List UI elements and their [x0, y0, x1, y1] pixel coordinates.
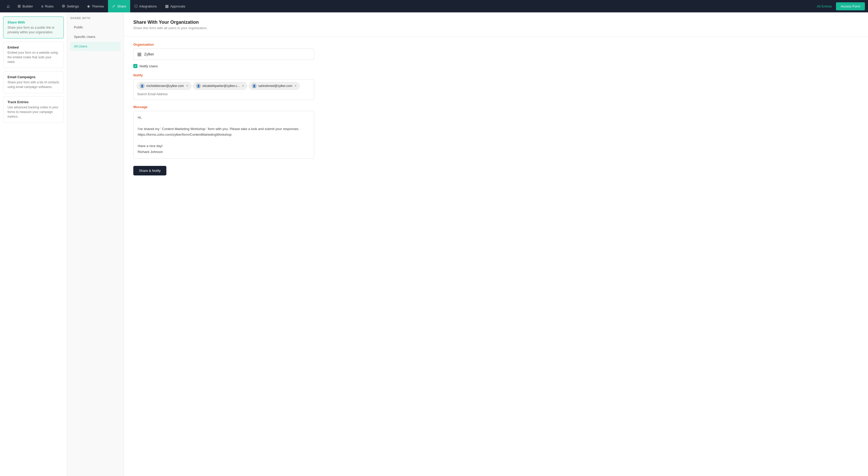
settings-icon: ⚙	[62, 4, 65, 8]
rules-icon: ≡	[41, 4, 43, 8]
org-icon: ▦	[137, 52, 142, 57]
middle-item-public[interactable]: Public	[70, 23, 121, 32]
nav-label-integrations: Integrations	[139, 4, 157, 8]
sidebar-card-desc-share-with: Share your form as a public link or priv…	[7, 25, 59, 35]
middle-item-specific-users[interactable]: Specific Users	[70, 32, 121, 41]
nav-item-share[interactable]: ⤢ Share	[108, 0, 130, 12]
notify-box: 👤 michellebrown@zylker.com ✕ 👤 elizabeth…	[133, 79, 314, 100]
tag-remove-2[interactable]: ✕	[294, 84, 297, 88]
top-navigation: ⌂ ⊞ Builder ≡ Rules ⚙ Settings ◈ Themes …	[0, 0, 868, 12]
sidebar-card-desc-email-campaigns: Share your form with a list of contacts …	[7, 80, 59, 89]
sidebar-card-embed[interactable]: Embed Embed your form on a website using…	[3, 41, 64, 68]
sidebar-card-desc-track-entries: Use advanced tracking codes in your form…	[7, 105, 59, 119]
org-label: Organization	[133, 42, 859, 46]
sidebar-card-title-email-campaigns: Email Campaigns	[7, 75, 59, 79]
app-body: Share With Share your form as a public l…	[0, 12, 868, 476]
middle-item-all-users[interactable]: All Users	[70, 42, 121, 51]
nav-label-approvals: Approvals	[170, 4, 185, 8]
nav-label-settings: Settings	[67, 4, 79, 8]
tag-email-2: sahirahmed@zylker.com	[258, 84, 292, 88]
tag-avatar-1: 👤	[196, 83, 201, 89]
nav-item-settings[interactable]: ⚙ Settings	[58, 0, 83, 12]
sidebar-card-desc-embed: Embed your form on a website using the e…	[7, 50, 59, 64]
notify-search-input[interactable]	[137, 91, 183, 97]
middle-panel: SHARE WITH Public Specific Users All Use…	[67, 12, 124, 476]
middle-item-label-all-users: All Users	[74, 44, 87, 48]
tag-avatar-2: 👤	[252, 83, 257, 89]
integrations-icon: ⬡	[134, 4, 138, 8]
middle-item-label-public: Public	[74, 25, 83, 29]
tag-email-0: michellebrown@zylker.com	[146, 84, 184, 88]
nav-item-rules[interactable]: ≡ Rules	[37, 0, 58, 12]
notify-users-checkbox[interactable]	[133, 64, 137, 68]
nav-label-rules: Rules	[45, 4, 54, 8]
nav-label-themes: Themes	[92, 4, 104, 8]
sidebar-card-title-embed: Embed	[7, 45, 59, 49]
notify-tags-container: 👤 michellebrown@zylker.com ✕ 👤 elizabeth…	[137, 82, 311, 90]
share-notify-button[interactable]: Share & Notify	[133, 166, 166, 175]
page-title: Share With Your Organization	[133, 20, 859, 25]
notify-tag-1: 👤 elizabethparker@zylker.c... ✕	[193, 82, 247, 90]
left-sidebar: Share With Share your form as a public l…	[0, 12, 67, 476]
notify-users-row: Notify Users	[133, 64, 859, 68]
notify-label: Notify	[133, 73, 859, 77]
tag-email-1: elizabethparker@zylker.c...	[203, 84, 240, 88]
org-box: ▦ Zylker	[133, 48, 314, 60]
tag-remove-1[interactable]: ✕	[242, 84, 244, 88]
sidebar-card-title-share-with: Share With	[7, 21, 59, 24]
message-label: Message	[133, 105, 859, 109]
tag-remove-0[interactable]: ✕	[186, 84, 189, 88]
nav-item-integrations[interactable]: ⬡ Integrations	[130, 0, 161, 12]
main-content: Share With Your Organization Share this …	[124, 12, 868, 476]
sidebar-card-email-campaigns[interactable]: Email Campaigns Share your form with a l…	[3, 71, 64, 93]
share-icon: ⤢	[112, 4, 116, 8]
notify-users-label: Notify Users	[140, 64, 158, 68]
notify-tag-0: 👤 michellebrown@zylker.com ✕	[137, 82, 191, 90]
sidebar-card-title-track-entries: Track Entries	[7, 100, 59, 104]
middle-item-label-specific-users: Specific Users	[74, 35, 95, 39]
section-divider	[124, 36, 868, 36]
notify-tag-2: 👤 sahirahmed@zylker.com ✕	[249, 82, 300, 90]
all-entries-link[interactable]: All Entries	[817, 4, 832, 8]
page-subtitle: Share this form with all users in your o…	[133, 26, 859, 30]
home-icon: ⌂	[7, 4, 10, 9]
home-button[interactable]: ⌂	[3, 0, 13, 12]
nav-label-share: Share	[117, 4, 126, 8]
themes-icon: ◈	[87, 4, 90, 8]
access-form-button[interactable]: Access Form	[836, 2, 865, 10]
org-name: Zylker	[144, 52, 154, 56]
message-box[interactable]: Hi, I've shared my ' Content Marketing W…	[133, 111, 314, 159]
approvals-icon: ▦	[165, 4, 169, 8]
nav-item-builder[interactable]: ⊞ Builder	[13, 0, 37, 12]
builder-icon: ⊞	[18, 4, 21, 8]
nav-label-builder: Builder	[23, 4, 33, 8]
sidebar-card-track-entries[interactable]: Track Entries Use advanced tracking code…	[3, 96, 64, 123]
share-with-section-label: SHARE WITH	[70, 16, 121, 20]
nav-item-approvals[interactable]: ▦ Approvals	[161, 0, 189, 12]
nav-item-themes[interactable]: ◈ Themes	[83, 0, 108, 12]
sidebar-card-share-with[interactable]: Share With Share your form as a public l…	[3, 16, 64, 38]
tag-avatar-0: 👤	[140, 83, 145, 89]
